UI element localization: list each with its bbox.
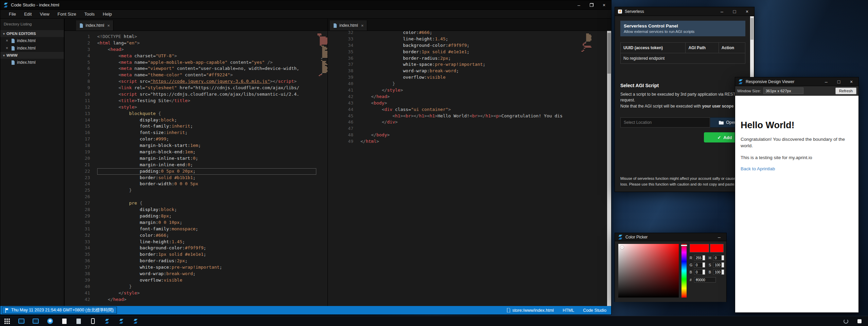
sidebar-section-open-editors[interactable]: ▾OPEN EDITORS [0, 30, 64, 37]
serverless-title-bar[interactable]: Serverless – □ × [615, 7, 754, 16]
code-line[interactable]: font-family:inherit; [97, 123, 316, 130]
code-editor-1[interactable]: 1234567891011121314151617181920212223242… [65, 31, 316, 306]
code-line[interactable]: </head> [360, 94, 580, 100]
stepper-icon[interactable] [722, 263, 724, 267]
code-line[interactable]: </body> [360, 132, 580, 138]
code-line[interactable]: background-color:#f9f9f9; [97, 245, 316, 251]
minimize-icon[interactable]: – [714, 233, 724, 241]
code-line[interactable]: <meta name="theme-color" content="#ff922… [97, 72, 316, 78]
code-line[interactable]: } [97, 284, 316, 290]
rgb-b-input[interactable]: 0 [694, 269, 705, 275]
restore-icon[interactable] [586, 0, 597, 9]
show-desktop-button[interactable] [855, 317, 864, 325]
code-line[interactable]: word-wrap:break-word; [97, 271, 316, 277]
hsb-b-input[interactable]: 100 [713, 269, 724, 275]
files-window-icon[interactable] [31, 317, 40, 325]
code-editor-2[interactable]: 323334353637383940414243444546474849 col… [328, 31, 580, 306]
hsb-h-input[interactable]: 0 [713, 255, 724, 261]
code-line[interactable]: overflow:visible [360, 74, 580, 81]
tab-close-icon[interactable]: × [107, 23, 110, 28]
minimize-icon[interactable]: – [717, 7, 727, 16]
code-line[interactable]: <style> [97, 104, 316, 111]
close-icon[interactable]: × [742, 7, 752, 16]
code-line[interactable]: padding:8px; [97, 213, 316, 219]
code-line[interactable]: color:#666; [97, 232, 316, 239]
code-line[interactable]: margin-block-start:1em; [97, 142, 316, 149]
close-icon[interactable]: × [6, 38, 9, 43]
main-title-bar[interactable]: Code Studio - index.html – × [0, 0, 611, 10]
saturation-value-area[interactable] [618, 244, 679, 298]
code-line[interactable]: line-height:1.45; [360, 36, 580, 42]
sidebar-item-index.html[interactable]: index.html [0, 59, 64, 66]
code-line[interactable]: } [97, 187, 316, 194]
menu-item-edit[interactable]: Edit [20, 11, 35, 18]
tab-index-html[interactable]: index.html × [330, 20, 367, 31]
status-language[interactable]: HTML [563, 308, 574, 313]
minimize-icon[interactable]: – [574, 0, 584, 9]
color-selector-ring[interactable] [620, 246, 624, 249]
window-size-input[interactable] [763, 88, 803, 94]
code-line[interactable]: </html> [360, 138, 580, 145]
code-studio-icon[interactable] [103, 317, 111, 325]
editor-scrollbar[interactable] [607, 31, 611, 306]
code-line[interactable]: <script src="https://cdnjs.cloudflare.co… [97, 91, 316, 98]
code-line[interactable]: <div class="ui container"> [360, 107, 580, 113]
code-studio-icon[interactable] [117, 317, 126, 325]
code-line[interactable]: display:block; [97, 207, 316, 213]
code-line[interactable]: <title>Testing Site</title> [97, 98, 316, 104]
code-line[interactable]: <html lang="en"> [97, 40, 316, 46]
code-line[interactable]: <meta charset="UTF-8"> [97, 53, 316, 59]
code-line[interactable]: font-family:monospace; [97, 226, 316, 232]
code-line[interactable]: padding:0 5px 0 20px; [97, 168, 316, 175]
code-line[interactable]: <h1><br></h1><h1>Hello World!<br></h1><p… [360, 113, 580, 119]
hex-input[interactable]: ff0000 [694, 277, 716, 283]
code-line[interactable]: color:#666; [360, 31, 580, 36]
minimize-icon[interactable]: – [821, 77, 831, 86]
code-line[interactable]: pre { [97, 200, 316, 207]
code-line[interactable]: <body> [360, 100, 580, 107]
code-line[interactable]: <!DOCTYPE html> [97, 34, 316, 40]
rgb-r-input[interactable]: 255 [694, 255, 705, 261]
code-line[interactable]: <meta name="apple-mobile-web-app-capable… [97, 59, 316, 66]
spinner-icon[interactable] [842, 317, 850, 325]
code-line[interactable]: word-wrap:break-word; [360, 68, 580, 74]
code-line[interactable]: border-radius:2px; [97, 258, 316, 264]
code-line[interactable]: blockquote { [97, 111, 316, 117]
hsb-s-input[interactable]: 100 [713, 262, 724, 268]
mobile-device-icon[interactable] [88, 317, 97, 325]
stepper-icon[interactable] [703, 255, 705, 260]
hue-slider[interactable] [681, 244, 687, 298]
sidebar-item-index.html[interactable]: ×index.html [0, 37, 64, 44]
hue-slider-handle[interactable] [681, 245, 687, 246]
document-icon[interactable] [74, 317, 83, 325]
tab-close-icon[interactable]: × [361, 23, 364, 28]
back-to-aprintlab-link[interactable]: Back to Aprintlab [741, 166, 775, 171]
maximize-icon[interactable]: □ [834, 77, 844, 86]
refresh-button[interactable]: Refresh [835, 88, 856, 94]
code-line[interactable]: color:#999; [97, 136, 316, 142]
code-line[interactable]: </head> [97, 296, 316, 303]
code-line[interactable]: white-space:pre-wrap!important; [360, 61, 580, 68]
stepper-icon[interactable] [722, 270, 724, 274]
code-line[interactable]: margin-inline-start:0; [97, 155, 316, 162]
code-line[interactable]: border-width:0 0 0 5px [97, 181, 316, 187]
menu-item-help[interactable]: Help [99, 11, 116, 18]
terminal-window-icon[interactable] [17, 317, 26, 325]
code-line[interactable]: <script src="https://code.jquery.com/jqu… [97, 78, 316, 85]
code-line[interactable]: margin-block-end:1em; [97, 149, 316, 155]
viewer-title-bar[interactable]: Responsive Design Viewer – □ × [735, 77, 858, 86]
app-launcher-icon[interactable] [3, 317, 12, 325]
code-line[interactable]: display:block; [97, 117, 316, 123]
code-line[interactable]: white-space:pre-wrap!important; [97, 264, 316, 271]
menu-item-tools[interactable]: Tools [81, 11, 98, 18]
code-line[interactable]: margin-inline-end:0; [97, 162, 316, 168]
sidebar-item-index.html[interactable]: ×index.html [0, 44, 64, 52]
maximize-icon[interactable]: □ [729, 7, 740, 16]
code-line[interactable]: border:1px solid #e1e1e1; [97, 251, 316, 258]
code-line[interactable]: <meta name="viewport" content="user-scal… [97, 65, 316, 72]
code-line[interactable]: </div> [360, 119, 580, 126]
code-line[interactable]: <head> [97, 46, 316, 53]
menu-item-file[interactable]: File [5, 11, 20, 18]
text-file-icon[interactable] [60, 317, 69, 325]
code-line[interactable]: </style> [360, 87, 580, 94]
